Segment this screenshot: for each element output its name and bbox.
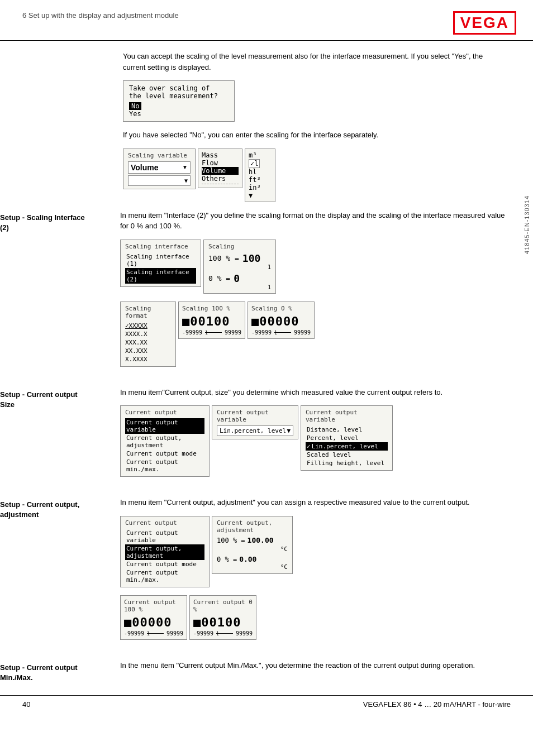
curr-out-mode[interactable]: Current output mode: [125, 449, 204, 458]
curr-out-adj-adjustment[interactable]: Current output, adjustment: [125, 544, 204, 560]
scaling-var-list[interactable]: Mass Flow Volume Others: [198, 149, 242, 188]
adj-100-row: 100 % = 100.00: [217, 536, 288, 544]
scaling-variable-box: Scaling variable Volume ▼ ▼: [123, 149, 196, 189]
list-item-volume[interactable]: Volume: [202, 167, 239, 175]
scaling-center-box: Scaling 100 % = 100 1 0 % = 0 1: [203, 240, 276, 294]
setup-scaling-interface-text: In menu item "Interface (2)" you define …: [120, 210, 505, 232]
unit-hl[interactable]: hl: [249, 168, 272, 176]
curr-out-minmax[interactable]: Current output min./max.: [125, 458, 204, 473]
adj-0-row: 0 % = 0.00: [217, 555, 288, 563]
cov-linpercent[interactable]: Lin.percent, level: [306, 442, 388, 451]
small-dropdown-arrow-icon: ▼: [184, 178, 188, 184]
footer-product: VEGAFLEX 86 • 4 … 20 mA/HART - four-wire: [363, 700, 511, 709]
curr-out-0-value[interactable]: ■00100: [193, 615, 253, 629]
takeover-yes[interactable]: Yes: [129, 110, 229, 118]
scaling-0-value[interactable]: ■00000: [251, 314, 311, 328]
curr-out-100-box: Current output 100 % ■00000 -99999 1 999…: [120, 595, 187, 640]
lin-box: Current output variable Lin.percent, lev…: [212, 405, 298, 439]
scaling-var-small-dropdown[interactable]: ▼: [128, 175, 191, 186]
dropdown-arrow-icon: ▼: [182, 164, 188, 170]
setup-coa-label: Setup - Current output, adjustment: [0, 497, 115, 520]
intro-para1: You can accept the scaling of the level …: [123, 51, 505, 73]
curr-out-100-title: Current output 100 %: [124, 599, 183, 613]
page-footer: 40 VEGAFLEX 86 • 4 … 20 mA/HART - four-w…: [0, 695, 533, 713]
setup-scaling-interface-content: In menu item "Interface (2)" you define …: [120, 210, 533, 375]
setup-scaling-interface-section: Setup - Scaling Interface (2) In menu it…: [0, 210, 533, 375]
scaling-var-dropdown[interactable]: Volume ▼: [128, 161, 191, 174]
scaling-100-value[interactable]: ■00100: [182, 314, 241, 328]
cov-percent[interactable]: Percent, level: [306, 434, 388, 442]
if-item-2[interactable]: Scaling interface (2): [125, 268, 196, 284]
curr-out-adj-box: Current output Current output variable C…: [120, 516, 210, 587]
adj-row2: Current output 100 % ■00000 -99999 1 999…: [120, 595, 505, 640]
if-item-1[interactable]: Scaling interface (1): [125, 252, 196, 268]
lin-title: Current output variable: [217, 409, 293, 423]
scaling-0-row: 0 % = 0: [208, 272, 271, 284]
setup-comm-text: In the menu item "Current output Min./Ma…: [120, 660, 505, 671]
setup-current-output-minmax-section: Setup - Current output Min./Max. In the …: [0, 660, 533, 683]
curr-out-adj-mode[interactable]: Current output mode: [125, 560, 204, 568]
cov-filling[interactable]: Filling height, level: [306, 459, 388, 467]
setup-scaling-interface-label-col: Setup - Scaling Interface (2): [0, 210, 120, 375]
setup-coa-text: In menu item "Current output, adjustment…: [120, 497, 505, 508]
curr-out-0-title: Current output 0 %: [193, 599, 253, 613]
scaling-0-box: Scaling 0 % ■00000 -99999 1 99999: [248, 302, 315, 339]
page: 6 Set up with the display and adjustment…: [0, 0, 533, 756]
setup-cos-label: Setup - Current output Size: [0, 387, 115, 410]
format-xx-xxx[interactable]: XX.XXX: [125, 347, 171, 355]
list-item-flow[interactable]: Flow: [202, 159, 239, 167]
setup-comm-label: Setup - Current output Min./Max.: [0, 660, 115, 683]
list-item-others[interactable]: Others: [202, 175, 239, 183]
setup-comm-label-col: Setup - Current output Min./Max.: [0, 660, 120, 683]
unit-m3[interactable]: m³: [249, 151, 272, 159]
unit-box: m³ ✓l hl ft³ in³ ▼: [245, 149, 275, 202]
scaling-100-box: Scaling 100 % ■00100 -99999 1 99999: [178, 302, 245, 339]
curr-out-variable[interactable]: Current output variable: [125, 418, 204, 434]
format-xxx-xx[interactable]: XXX.XX: [125, 338, 171, 347]
scaling-0-title: Scaling 0 %: [251, 305, 311, 312]
scaling-0-slider[interactable]: -99999 1 99999: [251, 329, 311, 336]
scaling-var-title: Scaling variable: [128, 152, 191, 159]
scaling-100-row: 100 % = 100: [208, 252, 271, 264]
cov-distance[interactable]: Distance, level: [306, 425, 388, 434]
unit-ft3[interactable]: ft³: [249, 176, 272, 184]
current-output-size-row: Current output Current output variable C…: [120, 405, 505, 477]
unit-l[interactable]: ✓l: [249, 159, 260, 168]
lin-dropdown[interactable]: Lin.percent, level ▼: [217, 425, 293, 436]
unit-scroll: ▼: [249, 192, 272, 199]
format-x-xxxx[interactable]: X.XXXX: [125, 355, 171, 363]
setup-cos-content: In menu item"Current output, size" you d…: [120, 387, 533, 485]
setup-current-output-adj-section: Setup - Current output, adjustment In me…: [0, 497, 533, 648]
page-header: 6 Set up with the display and adjustment…: [0, 11, 533, 41]
scaling-if-title: Scaling interface: [125, 243, 196, 250]
curr-out-adj-variable[interactable]: Current output variable: [125, 529, 204, 544]
curr-out-0-slider[interactable]: -99999 1 99999: [193, 630, 253, 637]
curr-out-adjustment[interactable]: Current output, adjustment: [125, 434, 204, 449]
curr-out-100-slider[interactable]: -99999 1 99999: [124, 630, 183, 637]
scaling-var-value: Volume: [131, 163, 159, 172]
setup-current-output-size-section: Setup - Current output Size In menu item…: [0, 387, 533, 485]
curr-out-0-box: Current output 0 % ■00100 -99999 1 99999: [189, 595, 256, 640]
scaling-interface-row2: Scaling format ✓XXXXX XXXX.X XXX.XX XX.X…: [120, 302, 505, 367]
format-xxxxx[interactable]: ✓XXXXX: [125, 322, 171, 330]
scaling-center-title: Scaling: [208, 243, 271, 250]
curr-out-adj-minmax[interactable]: Current output min./max.: [125, 568, 204, 584]
lin-value: Lin.percent, level: [220, 427, 286, 434]
scaling-100-slider[interactable]: -99999 1 99999: [182, 329, 241, 336]
adj-values-title: Current output, adjustment: [217, 519, 288, 534]
setup-coa-label-col: Setup - Current output, adjustment: [0, 497, 120, 648]
format-xxxxx1[interactable]: XXXX.X: [125, 330, 171, 338]
header-title: 6 Set up with the display and adjustment…: [22, 11, 179, 20]
intro-para2: If you have selected "No", you can enter…: [123, 130, 505, 141]
list-item-mass[interactable]: Mass: [202, 151, 239, 159]
cov-title: Current output variable: [306, 409, 388, 423]
scaling-interface-row1: Scaling interface Scaling interface (1) …: [120, 240, 505, 294]
cov-scaled[interactable]: Scaled level: [306, 451, 388, 459]
setup-cos-text: In menu item"Current output, size" you d…: [120, 387, 505, 398]
adj-row1: Current output Current output variable C…: [120, 516, 505, 587]
format-title: Scaling format: [125, 305, 171, 319]
takeover-no[interactable]: No: [129, 102, 141, 110]
unit-in3[interactable]: in³: [249, 184, 272, 192]
curr-out-100-value[interactable]: ■00000: [124, 615, 183, 629]
setup-cos-label-col: Setup - Current output Size: [0, 387, 120, 485]
